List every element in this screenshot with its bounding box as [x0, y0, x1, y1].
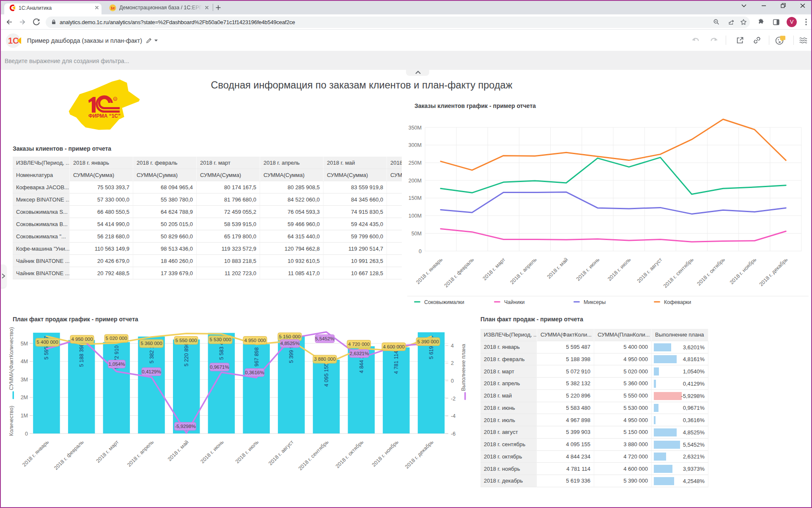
svg-text:5M: 5M: [21, 341, 28, 347]
svg-text:50M: 50M: [411, 231, 422, 237]
svg-text:Соковыжималки: Соковыжималки: [424, 299, 464, 305]
svg-text:0: 0: [419, 248, 422, 254]
svg-text:2018 г. январь: 2018 г. январь: [21, 439, 50, 468]
svg-text:2018 г. сентябрь: 2018 г. сентябрь: [662, 257, 695, 289]
svg-text:СУММА(ФактКоличество): СУММА(ФактКоличество): [8, 327, 14, 390]
svg-text:0,3616%: 0,3616%: [245, 370, 264, 375]
svg-text:2018 г. март: 2018 г. март: [482, 257, 507, 282]
svg-text:2,6321%: 2,6321%: [350, 351, 369, 356]
svg-text:5 020 000: 5 020 000: [105, 336, 127, 341]
svg-text:-6: -6: [451, 431, 455, 437]
svg-text:2018 г. февраль: 2018 г. февраль: [53, 439, 85, 471]
svg-text:150M: 150M: [409, 195, 422, 201]
svg-text:4 720 000: 4 720 000: [348, 342, 370, 347]
svg-text:2018 г. февраль: 2018 г. февраль: [443, 257, 475, 289]
svg-text:4: 4: [451, 343, 454, 349]
svg-text:ФИРМА “1С”: ФИРМА “1С”: [88, 113, 121, 119]
svg-text:0,4129%: 0,4129%: [142, 369, 161, 374]
svg-text:5 550 000: 5 550 000: [175, 338, 197, 343]
svg-text:1,054%: 1,054%: [108, 362, 125, 367]
svg-text:2018 г. сентябрь: 2018 г. сентябрь: [297, 439, 330, 472]
svg-text:5 400 000: 5 400 000: [36, 340, 58, 345]
svg-text:2M: 2M: [21, 395, 28, 400]
svg-text:4 600 000: 4 600 000: [383, 344, 404, 349]
svg-text:5 530 000: 5 530 000: [209, 337, 231, 342]
svg-text:250M: 250M: [409, 160, 422, 166]
svg-text:5 188 398: 5 188 398: [79, 343, 85, 367]
svg-text:5 150 000: 5 150 000: [279, 334, 300, 339]
svg-text:350M: 350M: [409, 125, 422, 131]
svg-text:4 950 000: 4 950 000: [71, 337, 93, 342]
svg-text:4 967 898: 4 967 898: [254, 348, 260, 371]
svg-text:2018 г. ноябрь: 2018 г. ноябрь: [729, 257, 757, 285]
svg-text:4 781 114: 4 781 114: [393, 351, 399, 374]
svg-text:3M: 3M: [21, 377, 28, 383]
svg-text:5 360 000: 5 360 000: [140, 341, 162, 346]
svg-text:100M: 100M: [409, 213, 422, 219]
svg-text:-2: -2: [451, 396, 455, 402]
svg-text:2018 г. январь: 2018 г. январь: [415, 257, 444, 285]
svg-text:2: 2: [451, 360, 454, 366]
svg-text:2018 г. август: 2018 г. август: [636, 257, 664, 284]
svg-text:4,8525%: 4,8525%: [280, 341, 299, 346]
svg-text:4M: 4M: [21, 359, 28, 364]
svg-text:2018 г. декабрь: 2018 г. декабрь: [404, 439, 435, 470]
svg-text:2018 г. апрель: 2018 г. апрель: [509, 257, 538, 285]
svg-text:5 220 896: 5 220 896: [184, 343, 189, 367]
svg-text:2018 г. май: 2018 г. май: [167, 439, 190, 462]
svg-text:-5,9298%: -5,9298%: [175, 424, 195, 429]
svg-text:5 390 000: 5 390 000: [417, 339, 439, 344]
svg-text:2018 г. октябрь: 2018 г. октябрь: [335, 439, 365, 469]
svg-text:2018 г. март: 2018 г. март: [95, 439, 120, 464]
svg-text:300M: 300M: [409, 142, 422, 148]
svg-text:2018 г. май: 2018 г. май: [546, 257, 569, 280]
svg-text:200M: 200M: [409, 178, 422, 184]
svg-text:2018 г. ноябрь: 2018 г. ноябрь: [371, 439, 400, 468]
svg-text:5,5452%: 5,5452%: [315, 336, 334, 341]
svg-text:0: 0: [451, 378, 454, 384]
svg-text:R: R: [115, 98, 116, 100]
svg-text:3 880 000: 3 880 000: [314, 356, 335, 362]
svg-text:2018 г. декабрь: 2018 г. декабрь: [758, 257, 789, 287]
svg-text:1с: 1с: [111, 6, 115, 10]
svg-text:4 095 155: 4 095 155: [324, 363, 329, 387]
svg-text:2018 г. июль: 2018 г. июль: [606, 257, 632, 282]
svg-text:0: 0: [25, 431, 28, 437]
svg-text:2018 г. апрель: 2018 г. апрель: [126, 439, 155, 468]
svg-text:Количество): Количество): [8, 406, 14, 436]
svg-text:1M: 1M: [21, 413, 28, 419]
svg-text:0,9671%: 0,9671%: [210, 364, 229, 370]
svg-text:2018 г. июнь: 2018 г. июнь: [575, 257, 601, 282]
svg-text:Чайники: Чайники: [504, 299, 525, 305]
svg-text:2018 г. июнь: 2018 г. июнь: [199, 439, 225, 464]
svg-text:Выполнение плана: Выполнение плана: [461, 344, 466, 391]
svg-text:-4: -4: [451, 413, 455, 419]
svg-text:2018 г. июль: 2018 г. июль: [234, 439, 260, 464]
svg-text:Миксеры: Миксеры: [584, 299, 606, 305]
svg-text:2018 г. август: 2018 г. август: [267, 439, 295, 467]
svg-text:Кофеварки: Кофеварки: [664, 299, 691, 305]
svg-text:4 950 000: 4 950 000: [244, 338, 266, 343]
svg-text:2018 г. октябрь: 2018 г. октябрь: [696, 257, 726, 287]
